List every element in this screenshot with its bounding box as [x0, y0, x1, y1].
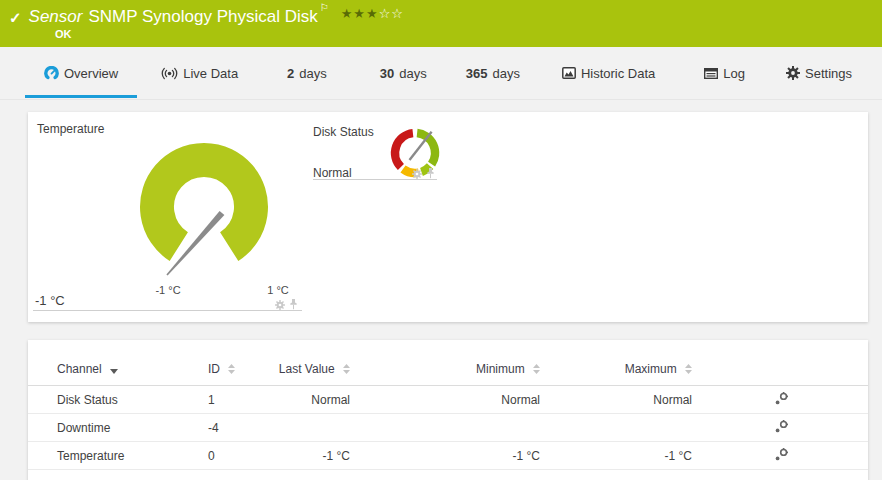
channel-last-value [278, 414, 350, 442]
column-header-channel-label: Channel [57, 362, 102, 376]
tab-2-days-number: 2 [287, 66, 294, 81]
temperature-current-value: -1 °C [35, 293, 65, 308]
column-header-maximum-label: Maximum [625, 362, 677, 376]
channel-maximum: -1 °C [540, 442, 692, 470]
tab-30-days-number: 30 [380, 66, 394, 81]
historic-chart-icon [562, 67, 576, 79]
channel-name: Temperature [28, 442, 208, 470]
gauge-icon [44, 66, 59, 81]
channel-settings-icon[interactable] [775, 392, 788, 405]
sensor-status-text: OK [55, 28, 872, 40]
object-kind-label: Sensor [29, 7, 83, 27]
log-list-icon [704, 68, 718, 79]
tab-overview-label: Overview [64, 66, 118, 81]
tab-30-days-label: days [399, 66, 426, 81]
channel-minimum [350, 414, 540, 442]
temperature-gauge-max-label: 1 °C [250, 284, 306, 296]
channels-panel: Channel ID Last Value Minimum Maximum [28, 340, 868, 480]
widget-pin-icon[interactable] [289, 299, 298, 310]
tab-30-days[interactable]: 30 days [380, 47, 427, 99]
disk-status-widget-actions [412, 168, 435, 179]
table-row: Disk Status 1 Normal Normal Normal [28, 386, 868, 414]
sort-both-icon [685, 364, 692, 374]
column-header-last-value-label: Last Value [279, 362, 335, 376]
stars-filled[interactable]: ★★★ [341, 6, 379, 21]
tab-historic-data[interactable]: Historic Data [562, 47, 655, 99]
status-ok-check-icon: ✓ [9, 9, 22, 27]
tab-settings-label: Settings [805, 66, 852, 81]
tab-settings[interactable]: Settings [786, 47, 852, 99]
tab-365-days[interactable]: 365 days [466, 47, 520, 99]
channel-name: Downtime [28, 414, 208, 442]
flag-icon[interactable]: ⚐ [320, 2, 329, 13]
column-header-minimum[interactable]: Minimum [350, 340, 540, 386]
temperature-widget-title: Temperature [37, 122, 104, 136]
temperature-widget-divider [33, 310, 302, 311]
disk-status-widget-divider [313, 179, 437, 180]
column-header-minimum-label: Minimum [476, 362, 525, 376]
temperature-widget-actions [275, 299, 298, 310]
sort-both-icon [533, 364, 540, 374]
table-header-row: Channel ID Last Value Minimum Maximum [28, 340, 868, 386]
sensor-title: SNMP Synology Physical Disk [88, 7, 317, 27]
column-header-channel[interactable]: Channel [28, 340, 208, 386]
channel-id: 0 [208, 442, 278, 470]
sort-both-icon [228, 364, 235, 374]
widget-pin-icon[interactable] [426, 168, 435, 179]
tab-log[interactable]: Log [704, 47, 745, 99]
channel-last-value: -1 °C [278, 442, 350, 470]
column-header-last-value[interactable]: Last Value [278, 340, 350, 386]
sort-both-icon [343, 364, 350, 374]
channel-name: Disk Status [28, 386, 208, 414]
channel-minimum: Normal [350, 386, 540, 414]
live-data-icon [161, 67, 178, 80]
channel-settings-icon[interactable] [775, 448, 788, 461]
tab-historic-data-label: Historic Data [581, 66, 655, 81]
temperature-gauge [104, 122, 304, 292]
channel-maximum: Normal [540, 386, 692, 414]
priority-stars[interactable]: ★★★☆☆ [341, 6, 404, 21]
sensor-header: ✓ Sensor SNMP Synology Physical Disk ⚐ ★… [0, 0, 882, 47]
gauges-panel: Temperature -1 °C 1 °C -1 °C Disk Status [28, 112, 868, 322]
tabbar: Overview Live Data 2 days 30 days 365 da… [0, 47, 882, 100]
channel-id: 1 [208, 386, 278, 414]
widget-gear-icon[interactable] [275, 300, 285, 310]
column-header-maximum[interactable]: Maximum [540, 340, 692, 386]
tab-365-days-label: days [492, 66, 519, 81]
disk-status-current-value: Normal [313, 166, 352, 180]
channel-maximum [540, 414, 692, 442]
tab-live-data-label: Live Data [183, 66, 238, 81]
column-header-actions [692, 340, 868, 386]
tab-log-label: Log [723, 66, 745, 81]
channel-id: -4 [208, 414, 278, 442]
tab-live-data[interactable]: Live Data [161, 47, 238, 99]
sort-desc-icon [110, 369, 118, 374]
stars-empty[interactable]: ☆☆ [379, 6, 404, 21]
tab-overview[interactable]: Overview [25, 47, 137, 99]
channels-table: Channel ID Last Value Minimum Maximum [28, 340, 868, 470]
tab-365-days-number: 365 [466, 66, 488, 81]
widget-gear-icon[interactable] [412, 169, 422, 179]
column-header-id[interactable]: ID [208, 340, 278, 386]
tab-2-days[interactable]: 2 days [287, 47, 327, 99]
disk-status-widget-title: Disk Status [313, 125, 374, 139]
tab-2-days-label: days [299, 66, 326, 81]
column-header-id-label: ID [208, 362, 220, 376]
channel-settings-icon[interactable] [775, 420, 788, 433]
gear-icon [786, 66, 800, 80]
channel-last-value: Normal [278, 386, 350, 414]
table-row: Downtime -4 [28, 414, 868, 442]
table-row: Temperature 0 -1 °C -1 °C -1 °C [28, 442, 868, 470]
temperature-gauge-min-label: -1 °C [140, 284, 196, 296]
channel-minimum: -1 °C [350, 442, 540, 470]
